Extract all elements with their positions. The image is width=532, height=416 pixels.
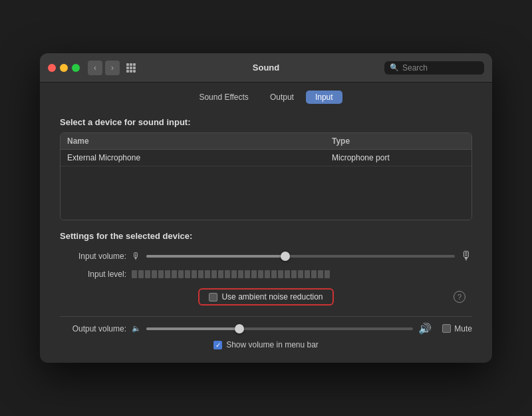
mute-label: Mute — [454, 324, 472, 333]
level-bar-27 — [305, 270, 310, 278]
level-bar-28 — [311, 270, 317, 278]
nav-buttons: ‹ › — [88, 61, 120, 75]
maximize-button[interactable] — [72, 64, 80, 72]
level-bar-7 — [172, 270, 177, 278]
level-bar-6 — [165, 270, 170, 278]
svg-rect-0 — [126, 63, 129, 66]
menu-bar-checkbox[interactable] — [213, 341, 222, 349]
svg-rect-6 — [126, 70, 129, 73]
table-header: Name Type — [61, 133, 471, 150]
output-volume-slider[interactable] — [146, 323, 413, 334]
slider-fill — [146, 255, 285, 258]
level-bar-15 — [225, 270, 230, 278]
noise-reduction-label: Use ambient noise reduction — [221, 292, 323, 302]
level-bar-4 — [152, 270, 157, 278]
level-bar-2 — [138, 270, 144, 278]
volume-low-icon: 🔈 — [132, 324, 141, 333]
grid-button[interactable] — [124, 61, 138, 75]
search-box: 🔍 — [384, 61, 484, 75]
settings-section: Settings for the selected device: Input … — [60, 231, 472, 349]
content-area: Select a device for sound input: Name Ty… — [40, 110, 492, 363]
device-section-title: Select a device for sound input: — [60, 117, 472, 127]
noise-reduction-box: Use ambient noise reduction — [198, 288, 333, 306]
output-slider-fill — [146, 327, 239, 330]
window-title: Sound — [253, 63, 279, 73]
back-button[interactable]: ‹ — [88, 61, 102, 75]
level-bar-18 — [245, 270, 250, 278]
menu-bar-label: Show volume in menu bar — [226, 340, 319, 349]
tab-output[interactable]: Output — [261, 91, 303, 104]
level-bar-17 — [238, 270, 243, 278]
level-bar-5 — [158, 270, 164, 278]
input-volume-row: Input volume: 🎙 🎙 — [60, 249, 472, 263]
output-volume-label: Output volume: — [60, 324, 126, 333]
menu-bar-row: Show volume in menu bar — [60, 340, 472, 349]
level-bar-29 — [318, 270, 323, 278]
device-table: Name Type External Microphone Microphone… — [60, 132, 472, 220]
level-bar-26 — [298, 270, 303, 278]
svg-rect-5 — [133, 67, 136, 69]
slider-thumb[interactable] — [281, 252, 290, 261]
svg-rect-3 — [126, 67, 129, 69]
table-row[interactable]: External Microphone Microphone port — [61, 150, 471, 166]
level-bar-13 — [211, 270, 217, 278]
noise-reduction-checkbox[interactable] — [209, 293, 217, 302]
traffic-lights — [48, 64, 80, 72]
level-bar-16 — [231, 270, 237, 278]
level-bar-30 — [325, 270, 330, 278]
minimize-button[interactable] — [60, 64, 68, 72]
level-bar-1 — [132, 270, 137, 278]
level-bar-3 — [145, 270, 150, 278]
svg-rect-8 — [133, 70, 136, 73]
tab-sound-effects[interactable]: Sound Effects — [190, 91, 258, 104]
settings-title: Settings for the selected device: — [60, 231, 472, 241]
titlebar: ‹ › Sound 🔍 — [40, 53, 492, 83]
output-volume-row: Output volume: 🔈 🔊 Mute — [60, 322, 472, 335]
output-slider-track — [146, 327, 413, 330]
level-bar-24 — [285, 270, 290, 278]
divider — [60, 316, 472, 317]
level-bar-22 — [271, 270, 277, 278]
table-empty-area — [61, 166, 471, 220]
level-bar-9 — [185, 270, 190, 278]
col-type-header: Type — [332, 136, 465, 146]
input-level-label: Input level: — [60, 270, 126, 279]
mic-low-icon: 🎙 — [132, 251, 141, 262]
level-bar-10 — [192, 270, 197, 278]
input-level-row: Input level: — [60, 270, 472, 279]
svg-rect-2 — [133, 63, 136, 66]
search-input[interactable] — [402, 63, 479, 73]
input-volume-slider[interactable] — [146, 251, 455, 262]
level-bar-21 — [265, 270, 270, 278]
main-window: ‹ › Sound 🔍 Sound Effects Output I — [40, 53, 492, 363]
device-name: External Microphone — [67, 153, 332, 162]
output-slider-thumb[interactable] — [235, 324, 244, 333]
device-type: Microphone port — [332, 153, 465, 162]
input-volume-label: Input volume: — [60, 252, 126, 261]
level-bar-12 — [205, 270, 210, 278]
level-bar-19 — [251, 270, 257, 278]
forward-button[interactable]: › — [105, 61, 120, 75]
svg-rect-1 — [130, 63, 132, 66]
slider-track — [146, 255, 455, 258]
col-name-header: Name — [67, 136, 332, 146]
level-bar-20 — [258, 270, 263, 278]
svg-rect-4 — [130, 67, 132, 69]
tab-bar: Sound Effects Output Input — [40, 83, 492, 110]
noise-reduction-row: Use ambient noise reduction ? — [60, 288, 472, 306]
level-bar-8 — [178, 270, 184, 278]
mic-high-icon: 🎙 — [460, 249, 472, 263]
help-icon[interactable]: ? — [454, 291, 466, 303]
search-icon: 🔍 — [390, 63, 399, 72]
volume-high-icon: 🔊 — [418, 322, 432, 335]
level-bar-14 — [218, 270, 223, 278]
tab-input[interactable]: Input — [306, 91, 342, 104]
mute-checkbox[interactable] — [442, 324, 451, 333]
level-bar-11 — [198, 270, 203, 278]
close-button[interactable] — [48, 64, 56, 72]
mute-area: Mute — [442, 324, 472, 333]
svg-rect-7 — [130, 70, 132, 73]
level-bars — [132, 270, 472, 278]
level-bar-23 — [278, 270, 283, 278]
level-bar-25 — [291, 270, 297, 278]
